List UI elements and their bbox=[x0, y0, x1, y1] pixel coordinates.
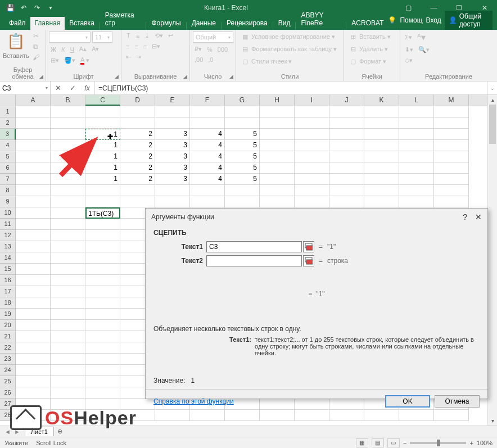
orientation-icon[interactable]: ⟲▾ bbox=[153, 31, 165, 40]
cell[interactable] bbox=[51, 387, 85, 399]
cell[interactable] bbox=[85, 264, 120, 275]
cell[interactable] bbox=[16, 129, 51, 140]
cell[interactable] bbox=[51, 151, 85, 162]
fill-icon[interactable]: ⬇▾ bbox=[403, 46, 415, 54]
cell[interactable] bbox=[16, 264, 51, 275]
format-cells-button[interactable]: ▢Формат ▾ bbox=[347, 56, 392, 66]
cell[interactable] bbox=[260, 185, 295, 196]
cell[interactable] bbox=[16, 140, 51, 151]
scrollbar-thumb[interactable] bbox=[489, 105, 496, 144]
col-c[interactable]: C bbox=[85, 95, 120, 106]
row-header[interactable]: 23 bbox=[0, 354, 16, 365]
col-h[interactable]: H bbox=[260, 95, 295, 106]
cell[interactable] bbox=[16, 342, 51, 354]
cell[interactable] bbox=[260, 117, 295, 129]
cell[interactable] bbox=[51, 365, 85, 376]
cell[interactable] bbox=[434, 185, 469, 196]
save-icon[interactable]: 💾 bbox=[4, 2, 16, 13]
dialog-help-icon[interactable]: ? bbox=[463, 212, 467, 221]
tab-home[interactable]: Главная bbox=[30, 17, 65, 30]
align-launcher-icon[interactable]: ◢ bbox=[183, 74, 187, 79]
cell[interactable] bbox=[51, 264, 85, 275]
cell[interactable] bbox=[329, 129, 364, 140]
cell[interactable]: 4 bbox=[190, 162, 225, 174]
cell[interactable] bbox=[434, 117, 469, 129]
arg1-input[interactable] bbox=[206, 241, 302, 252]
cell[interactable] bbox=[329, 185, 364, 196]
cell[interactable] bbox=[51, 129, 85, 140]
col-k[interactable]: K bbox=[364, 95, 399, 106]
row-header[interactable]: 2 bbox=[0, 117, 16, 129]
zoom-in-icon[interactable]: + bbox=[469, 440, 473, 446]
cell[interactable] bbox=[85, 286, 120, 297]
cell[interactable] bbox=[399, 174, 434, 185]
cell[interactable] bbox=[155, 106, 190, 117]
cell[interactable] bbox=[329, 196, 364, 207]
scroll-down-icon[interactable]: ▾ bbox=[488, 416, 497, 426]
cell[interactable] bbox=[16, 174, 51, 185]
col-m[interactable]: M bbox=[434, 95, 469, 106]
copy-icon[interactable]: ⧉ bbox=[31, 42, 40, 51]
cell[interactable] bbox=[399, 162, 434, 174]
cell[interactable] bbox=[364, 185, 399, 196]
page-layout-view-icon[interactable]: ▤ bbox=[372, 438, 384, 447]
cell[interactable] bbox=[51, 185, 85, 196]
dialog-help-link[interactable]: Справка по этой функции bbox=[153, 397, 234, 405]
enter-formula-icon[interactable]: ✓ bbox=[65, 84, 80, 92]
tab-abbyy[interactable]: ABBYY FineRe bbox=[296, 9, 345, 30]
italic-button[interactable]: К bbox=[60, 46, 66, 53]
cell[interactable] bbox=[16, 365, 51, 376]
fx-icon[interactable]: fx bbox=[80, 84, 94, 92]
cell[interactable] bbox=[16, 207, 51, 219]
cell[interactable] bbox=[51, 309, 85, 320]
row-header[interactable]: 9 bbox=[0, 196, 16, 207]
delete-cells-button[interactable]: ⊟Удалить ▾ bbox=[347, 44, 392, 54]
cell[interactable]: 4 bbox=[190, 140, 225, 151]
cell[interactable] bbox=[155, 185, 190, 196]
align-middle-icon[interactable]: ≡ bbox=[134, 32, 141, 40]
number-format-combo[interactable]: Общий▾ bbox=[193, 31, 233, 43]
cell[interactable] bbox=[16, 331, 51, 342]
autosum-icon[interactable]: Σ▾ bbox=[403, 33, 414, 42]
font-color-icon[interactable]: A▾ bbox=[79, 56, 91, 65]
cell[interactable] bbox=[434, 196, 469, 207]
row-header[interactable]: 12 bbox=[0, 230, 16, 241]
cell[interactable] bbox=[51, 219, 85, 230]
cell[interactable]: 3 bbox=[155, 162, 190, 174]
cell[interactable] bbox=[16, 106, 51, 117]
cell[interactable] bbox=[364, 151, 399, 162]
cell[interactable] bbox=[16, 117, 51, 129]
cell[interactable] bbox=[51, 320, 85, 331]
cell[interactable] bbox=[399, 140, 434, 151]
cell[interactable] bbox=[364, 162, 399, 174]
row-header[interactable]: 6 bbox=[0, 162, 16, 174]
shrink-font-icon[interactable]: A▾ bbox=[90, 45, 101, 53]
cell[interactable] bbox=[120, 185, 155, 196]
undo-icon[interactable]: ↶ bbox=[18, 2, 29, 13]
cell[interactable] bbox=[51, 252, 85, 264]
cell[interactable] bbox=[260, 162, 295, 174]
cell[interactable] bbox=[16, 376, 51, 387]
col-f[interactable]: F bbox=[190, 95, 225, 106]
tab-review[interactable]: Рецензирова bbox=[222, 17, 272, 30]
cell[interactable] bbox=[16, 219, 51, 230]
zoom-level[interactable]: 100% bbox=[477, 440, 493, 446]
tell-me[interactable]: Помощ bbox=[400, 16, 422, 24]
cell[interactable] bbox=[51, 275, 85, 286]
cell-styles-button[interactable]: ▢Стили ячеек ▾ bbox=[239, 56, 338, 66]
wrap-text-icon[interactable]: ↩ bbox=[166, 31, 175, 40]
row-header[interactable]: 16 bbox=[0, 275, 16, 286]
cell[interactable] bbox=[190, 185, 225, 196]
border-icon[interactable]: ⊞▾ bbox=[49, 56, 61, 65]
align-top-icon[interactable]: ⤒ bbox=[124, 31, 133, 40]
cell[interactable] bbox=[190, 106, 225, 117]
cell[interactable]: 4 bbox=[190, 129, 225, 140]
page-break-view-icon[interactable]: ▭ bbox=[387, 438, 400, 447]
redo-icon[interactable]: ↷ bbox=[31, 2, 43, 13]
cell[interactable] bbox=[16, 286, 51, 297]
row-header[interactable]: 21 bbox=[0, 331, 16, 342]
cell[interactable] bbox=[364, 117, 399, 129]
col-b[interactable]: B bbox=[51, 95, 85, 106]
cell[interactable] bbox=[399, 117, 434, 129]
cell[interactable] bbox=[364, 196, 399, 207]
